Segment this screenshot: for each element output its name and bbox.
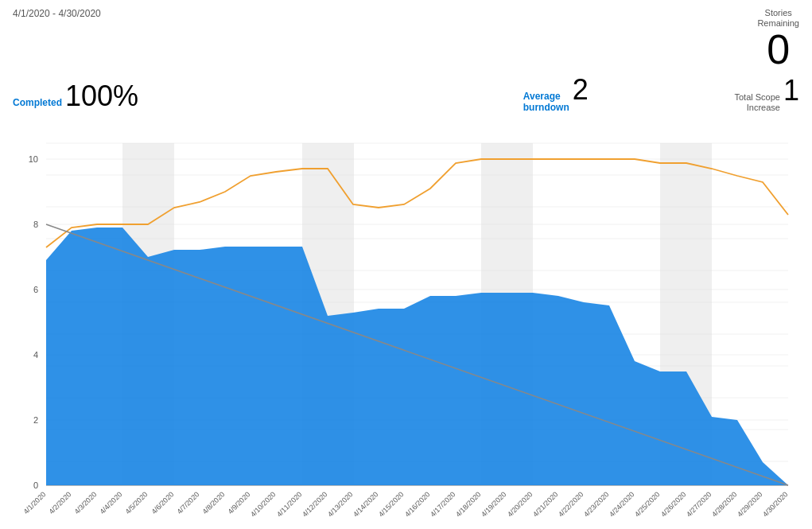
svg-text:4/21/2020: 4/21/2020 — [531, 491, 559, 519]
svg-text:4/23/2020: 4/23/2020 — [582, 491, 610, 519]
svg-text:4/7/2020: 4/7/2020 — [176, 491, 201, 516]
metrics-row: Completed 100% Averageburndown 2 Total S… — [0, 70, 812, 113]
svg-text:4/8/2020: 4/8/2020 — [201, 491, 227, 516]
svg-text:4/27/2020: 4/27/2020 — [685, 491, 713, 519]
svg-text:4/13/2020: 4/13/2020 — [326, 491, 354, 519]
avg-burndown-label: Averageburndown — [523, 91, 569, 113]
svg-text:4/29/2020: 4/29/2020 — [736, 491, 763, 519]
svg-text:4/19/2020: 4/19/2020 — [480, 491, 507, 519]
svg-text:4/2/2020: 4/2/2020 — [48, 491, 73, 516]
svg-text:4/16/2020: 4/16/2020 — [403, 491, 431, 519]
svg-text:4/17/2020: 4/17/2020 — [429, 491, 457, 519]
completed-metric: Completed 100% — [13, 80, 138, 113]
svg-text:8: 8 — [33, 220, 38, 229]
burndown-svg: 0 2 4 6 8 10 — [13, 119, 799, 529]
total-scope-value: 1 — [783, 74, 799, 107]
svg-text:4/24/2020: 4/24/2020 — [608, 491, 635, 519]
chart-area: 0 2 4 6 8 10 — [13, 119, 799, 529]
svg-text:4/28/2020: 4/28/2020 — [710, 491, 738, 519]
svg-text:4/14/2020: 4/14/2020 — [352, 491, 379, 519]
avg-burndown-value: 2 — [573, 73, 589, 107]
svg-text:4/12/2020: 4/12/2020 — [301, 491, 328, 519]
svg-text:4/10/2020: 4/10/2020 — [249, 491, 277, 519]
svg-text:4/6/2020: 4/6/2020 — [150, 491, 176, 516]
svg-text:4/4/2020: 4/4/2020 — [99, 491, 124, 516]
svg-text:0: 0 — [33, 480, 38, 490]
svg-text:4/30/2020: 4/30/2020 — [761, 491, 789, 519]
svg-text:4/9/2020: 4/9/2020 — [227, 491, 252, 516]
svg-text:4/15/2020: 4/15/2020 — [377, 491, 405, 519]
svg-text:4/5/2020: 4/5/2020 — [124, 491, 150, 516]
svg-text:2: 2 — [33, 415, 38, 425]
stories-remaining-widget: StoriesRemaining 0 — [757, 8, 799, 70]
svg-text:6: 6 — [33, 285, 38, 294]
svg-text:4/11/2020: 4/11/2020 — [275, 491, 303, 519]
date-range: 4/1/2020 - 4/30/2020 — [13, 8, 101, 19]
svg-text:10: 10 — [29, 154, 38, 164]
svg-text:4/25/2020: 4/25/2020 — [633, 491, 661, 519]
svg-text:4/18/2020: 4/18/2020 — [454, 491, 482, 519]
svg-text:4/26/2020: 4/26/2020 — [659, 491, 687, 519]
total-scope-metric: Total ScopeIncrease 1 — [734, 74, 799, 113]
stories-remaining-value: 0 — [767, 29, 790, 70]
svg-text:4/3/2020: 4/3/2020 — [73, 491, 99, 516]
svg-text:4/20/2020: 4/20/2020 — [506, 491, 534, 519]
completed-value: 100% — [65, 80, 138, 113]
svg-text:4/22/2020: 4/22/2020 — [557, 491, 585, 519]
svg-text:4/1/2020: 4/1/2020 — [22, 491, 48, 516]
header-bar: 4/1/2020 - 4/30/2020 StoriesRemaining 0 — [0, 0, 812, 70]
completed-label: Completed — [13, 97, 62, 108]
total-scope-label: Total ScopeIncrease — [734, 92, 779, 113]
svg-text:4: 4 — [33, 350, 38, 360]
avg-burndown-metric: Averageburndown 2 — [523, 73, 589, 113]
